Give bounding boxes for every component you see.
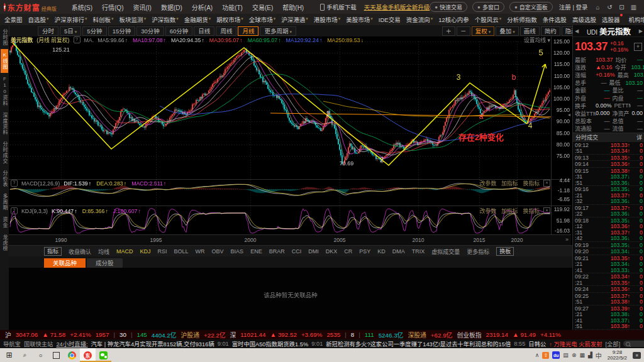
tick-list[interactable]: 09:12103.33↑0:51103.34↑009:13103.35↑009:… xyxy=(573,142,644,330)
sidebar-item-龙虎榜[interactable]: 龙虎榜 xyxy=(1,231,8,255)
help-icon[interactable]: ? xyxy=(74,36,80,43)
macd-button-1[interactable]: 加指标 xyxy=(501,179,518,187)
help-icon[interactable]: ? xyxy=(11,207,18,214)
nav-item-5[interactable]: 沪深指数▾ xyxy=(152,15,179,24)
tab-MACD[interactable]: MACD xyxy=(116,248,133,255)
tab-更多指标[interactable]: 更多指标 xyxy=(467,248,489,256)
notification-icon[interactable]: ≡ xyxy=(633,352,641,359)
nav-item-2[interactable]: 沪深京排行▾ xyxy=(55,15,87,24)
menu-item-6[interactable]: 交易(E) xyxy=(252,3,273,12)
macd-button-2[interactable]: 换指标 xyxy=(523,179,540,187)
add-to-watchlist-button[interactable]: + xyxy=(634,43,642,51)
tool-5[interactable]: 简约 xyxy=(541,26,560,36)
nav-item-18[interactable]: 高级选股 xyxy=(572,15,596,24)
nav-item-16[interactable]: 分析师指数 xyxy=(507,15,537,24)
help-icon[interactable]: ? xyxy=(11,180,18,187)
sidebar-item-分价表[interactable]: 分价表 xyxy=(1,167,8,190)
next-symbol-arrow[interactable]: ▶ xyxy=(639,28,643,34)
tab-BOLL[interactable]: BOLL xyxy=(174,248,189,255)
eastmoney-app-icon[interactable]: 东 xyxy=(80,348,96,362)
hot-stock-link[interactable]: ↑ 万隆光电 火箭发射 xyxy=(549,339,602,348)
timeframe-分时[interactable]: 分时 xyxy=(38,26,58,36)
nav-item-14[interactable]: 12核心内参 xyxy=(438,15,469,24)
start-button[interactable]: ⊞ xyxy=(1,348,17,362)
tray-caret-icon[interactable]: ∧ xyxy=(535,352,540,358)
nav-item-17[interactable]: 条件选股 xyxy=(543,15,567,24)
tab-KD[interactable]: KD xyxy=(377,248,386,255)
nav-item-20[interactable]: 机构增仓 xyxy=(628,15,644,24)
prev-symbol-arrow[interactable]: ◀ xyxy=(575,28,579,34)
axis-more-icon[interactable]: » xyxy=(565,236,569,243)
news-all-link[interactable]: [全部] xyxy=(605,339,620,348)
nav-item-9[interactable]: 沪深港通▾ xyxy=(281,15,308,24)
ma-settings-button[interactable]: 设置均线 ▾ xyxy=(524,36,550,44)
quick-button-2[interactable]: ●自定义面板 xyxy=(509,2,553,12)
tab-KDJ[interactable]: KDJ xyxy=(140,248,151,255)
menu-item-4[interactable]: 分析(A) xyxy=(192,3,213,12)
nav-item-15[interactable]: 个股风云▾ xyxy=(475,15,502,24)
sidebar-item-K线图[interactable]: K线图 xyxy=(1,49,8,73)
timeframe-更多周期[interactable]: 更多周期▾ xyxy=(260,26,296,36)
sidebar-item-F10资料[interactable]: F10资料 xyxy=(1,73,8,109)
tab-CR[interactable]: CR xyxy=(344,248,352,255)
timeframe-60分钟[interactable]: 60分钟 xyxy=(165,26,193,36)
kdj-button-2[interactable]: 换指标 xyxy=(523,207,540,215)
menu-item-0[interactable]: 系统(S) xyxy=(72,3,92,12)
timeframe-30分钟[interactable]: 30分钟 xyxy=(136,26,164,36)
nav-item-11[interactable]: 美股市场▾ xyxy=(346,15,373,24)
tab-CCI[interactable]: CCI xyxy=(292,248,302,255)
sidebar-item-多周期[interactable]: 多周期 xyxy=(1,190,8,214)
macd-button-0[interactable]: 改参数 xyxy=(480,179,496,187)
home-icon[interactable]: ⌂ xyxy=(594,4,602,11)
timeframe-周线[interactable]: 周线 xyxy=(216,26,236,36)
tab-RSI[interactable]: RSI xyxy=(158,248,167,255)
close-icon[interactable]: × xyxy=(543,207,550,214)
skin-icon[interactable]: ⊡ xyxy=(618,4,626,11)
auth-links[interactable]: 注册 | 登录 xyxy=(559,3,588,11)
tab-DMI[interactable]: DMI xyxy=(308,248,319,255)
nav-item-13[interactable]: 资金流向▾ xyxy=(406,15,433,24)
menu-item-5[interactable]: 功能(T) xyxy=(222,3,243,12)
tool-0[interactable]: ＋ xyxy=(442,26,456,36)
sidebar-item-分时成交[interactable]: 分时成交 xyxy=(1,138,8,167)
tool-1[interactable]: － xyxy=(457,26,470,36)
tab-PSY[interactable]: PSY xyxy=(359,248,370,255)
main-chart-canvas[interactable] xyxy=(9,36,571,235)
menu-item-2[interactable]: 资讯(I) xyxy=(133,3,151,12)
tab-收盘确认[interactable]: 收盘确认 xyxy=(69,248,91,256)
tick-detail-button[interactable]: 详 xyxy=(636,133,642,141)
tray-app-icon[interactable]: ▦ xyxy=(579,352,585,358)
cortana-icon[interactable]: ○ xyxy=(33,348,48,362)
tab-换板[interactable]: 换板 xyxy=(496,247,514,256)
nav-item-10[interactable]: 港股市场▾ xyxy=(314,15,341,24)
menu-item-7[interactable]: 帮助(H) xyxy=(282,3,304,12)
tab-constituents[interactable]: 成分股 xyxy=(87,258,123,268)
fund-promo-link[interactable]: 天天基金手机版全新升级 xyxy=(364,3,430,11)
timeframe-5分钟[interactable]: 5分钟 xyxy=(82,26,106,36)
refresh-icon[interactable]: ↺ xyxy=(606,4,614,11)
news-source-1[interactable]: 国联快主站 xyxy=(24,339,53,348)
nav-item-4[interactable]: 板块监测▾ xyxy=(119,15,147,24)
mobile-download-link[interactable]: 手机版下载 xyxy=(320,3,357,11)
close-icon[interactable]: × xyxy=(543,180,550,187)
chrome-icon[interactable] xyxy=(64,348,80,362)
timeframe-月线[interactable]: 月线 xyxy=(238,26,258,36)
tab-OBV[interactable]: OBV xyxy=(212,248,224,255)
nav-item-12[interactable]: IDE交易 xyxy=(379,15,401,24)
nav-item-0[interactable]: 全景图 xyxy=(4,15,23,24)
tab-虚拟成交量[interactable]: 虚拟成交量 xyxy=(431,248,460,256)
sidebar-item-深度资料[interactable]: 深度资料 xyxy=(1,109,8,138)
tool-2[interactable]: 复权▾ xyxy=(472,26,495,36)
tray-orange-app-icon[interactable]: ⇧ xyxy=(542,352,549,359)
tray-app-icon[interactable]: ⊗ xyxy=(572,352,577,358)
ime-indicator[interactable]: 中 xyxy=(596,351,602,360)
nav-item-6[interactable]: 金融期货▾ xyxy=(184,15,211,24)
tab-WR[interactable]: WR xyxy=(196,248,205,255)
news-source-0[interactable]: 导航宝 xyxy=(3,339,21,348)
sidebar-item-分时图[interactable]: 分时图 xyxy=(1,26,8,49)
network-icon[interactable]: ▟ xyxy=(588,352,592,358)
search-icon[interactable]: ⌕ xyxy=(17,348,33,362)
baidu-netdisk-icon[interactable]: du xyxy=(552,351,560,359)
quick-button-1[interactable]: ●多窗口 xyxy=(472,2,504,12)
menu-item-3[interactable]: 数据(D) xyxy=(161,3,182,12)
